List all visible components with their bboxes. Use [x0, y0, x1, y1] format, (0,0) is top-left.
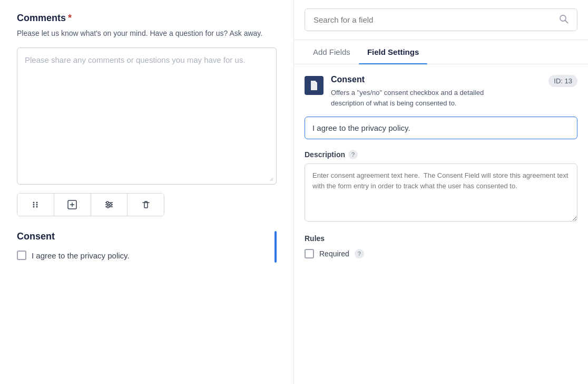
svg-point-16: [107, 206, 109, 208]
required-checkbox[interactable]: [305, 249, 314, 258]
svg-point-5: [36, 204, 38, 206]
search-icon: [558, 14, 569, 26]
required-label: Required: [319, 249, 349, 258]
delete-icon: [141, 200, 151, 209]
field-toolbar: [17, 193, 164, 216]
drag-handle-button[interactable]: [17, 194, 54, 216]
agreement-text-input[interactable]: [305, 117, 577, 139]
consent-checkbox-label: I agree to the privacy policy.: [32, 251, 130, 260]
svg-point-15: [110, 204, 112, 206]
consent-field-icon: [305, 76, 324, 95]
required-row: Required ?: [305, 249, 577, 258]
svg-line-18: [565, 21, 568, 23]
search-bar-container: [294, 0, 588, 40]
svg-point-4: [33, 204, 35, 206]
comments-field: Comments * Please let us know what's on …: [17, 13, 277, 216]
consent-checkbox-row: I agree to the privacy policy.: [17, 251, 266, 260]
description-label-row: Description ?: [305, 150, 577, 159]
settings-icon: [104, 200, 114, 209]
add-field-button[interactable]: [54, 194, 91, 216]
consent-info-left: Consent Offers a "yes/no" consent checkb…: [305, 75, 499, 108]
comments-description: Please let us know what's on your mind. …: [17, 28, 277, 39]
description-textarea[interactable]: [305, 164, 577, 222]
field-settings-content: Consent Offers a "yes/no" consent checkb…: [294, 64, 588, 384]
consent-title-block: Consent Offers a "yes/no" consent checkb…: [331, 75, 499, 108]
svg-point-6: [33, 206, 35, 208]
search-input[interactable]: [305, 8, 577, 31]
tab-field-settings[interactable]: Field Settings: [359, 40, 427, 64]
active-indicator-bar: [275, 231, 277, 263]
consent-field-section: Consent I agree to the privacy policy.: [17, 231, 277, 263]
description-help-icon[interactable]: ?: [348, 150, 358, 159]
tabs-container: Add Fields Field Settings: [294, 40, 588, 64]
consent-checkbox[interactable]: [17, 251, 26, 260]
svg-point-7: [36, 206, 38, 208]
svg-point-17: [560, 15, 566, 21]
required-help-icon[interactable]: ?: [355, 249, 364, 258]
description-label: Description: [305, 150, 345, 159]
consent-info-header: Consent Offers a "yes/no" consent checkb…: [305, 75, 577, 108]
svg-point-2: [33, 202, 35, 204]
add-field-icon: [67, 200, 77, 209]
svg-point-3: [36, 202, 38, 204]
consent-section-title: Consent: [17, 231, 266, 242]
delete-button[interactable]: [128, 194, 164, 216]
comments-textarea-placeholder: Please share any comments or questions y…: [25, 55, 246, 64]
comments-textarea-wrapper[interactable]: Please share any comments or questions y…: [17, 47, 277, 185]
consent-field-title: Consent: [331, 75, 499, 84]
document-icon: [309, 80, 319, 91]
settings-button[interactable]: [91, 194, 128, 216]
rules-label: Rules: [305, 234, 577, 243]
resize-handle-icon: [269, 177, 274, 182]
right-panel: Add Fields Field Settings Consent Offers…: [294, 0, 588, 384]
tab-add-fields[interactable]: Add Fields: [305, 40, 359, 64]
left-panel: Comments * Please let us know what's on …: [0, 0, 294, 384]
consent-field-description: Offers a "yes/no" consent checkbox and a…: [331, 88, 499, 108]
svg-point-14: [106, 201, 109, 204]
drag-icon: [31, 200, 40, 209]
required-star: *: [68, 13, 72, 24]
field-id-badge: ID: 13: [548, 75, 577, 87]
comments-label: Comments *: [17, 13, 277, 24]
consent-content: Consent I agree to the privacy policy.: [17, 231, 266, 260]
